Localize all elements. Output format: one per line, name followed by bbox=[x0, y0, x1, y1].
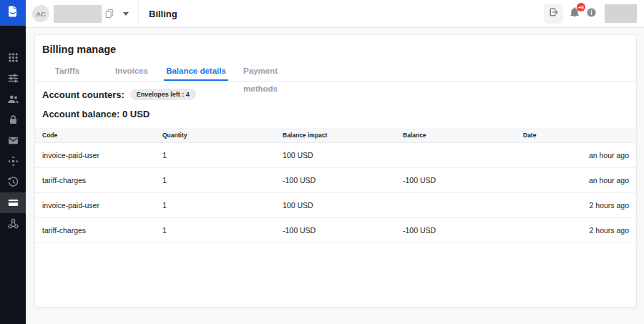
sidebar bbox=[0, 0, 26, 324]
info-button[interactable] bbox=[586, 7, 597, 21]
column-header-balance: Balance bbox=[396, 128, 516, 143]
tab-invoices[interactable]: Invoices bbox=[99, 62, 164, 81]
balance-table: Code Quantity Balance impact Balance Dat… bbox=[35, 128, 636, 243]
account-counters-row: Account counters: Envelopes left : 4 bbox=[42, 89, 629, 100]
lock-icon bbox=[7, 114, 19, 126]
account-counters-label: Account counters: bbox=[42, 89, 125, 100]
main-content: Billing manage Tariffs Invoices Balance … bbox=[26, 28, 644, 324]
sidebar-item-apps[interactable] bbox=[0, 47, 26, 68]
cell-balance-impact: -100 USD bbox=[275, 218, 396, 243]
cell-code: invoice-paid-user bbox=[35, 143, 155, 168]
redacted-account-block[interactable] bbox=[605, 4, 637, 23]
sidebar-item-users[interactable] bbox=[0, 89, 26, 109]
sidebar-item-history[interactable] bbox=[0, 172, 26, 192]
column-header-balance-impact: Balance impact bbox=[275, 128, 396, 143]
envelopes-left-badge: Envelopes left : 4 bbox=[130, 89, 196, 100]
column-header-quantity: Quantity bbox=[155, 128, 275, 143]
sidebar-item-settings[interactable] bbox=[0, 68, 26, 89]
tab-tariffs[interactable]: Tariffs bbox=[35, 62, 99, 81]
cell-code: tariff-charges bbox=[35, 168, 155, 193]
history-icon bbox=[7, 176, 19, 188]
cell-balance-impact: 100 USD bbox=[275, 143, 396, 168]
sidebar-item-mail[interactable] bbox=[0, 130, 26, 151]
top-header: AC Billing +9 bbox=[26, 0, 644, 28]
table-row: invoice-paid-user 1 100 USD 2 hours ago bbox=[35, 193, 636, 218]
mail-icon bbox=[7, 134, 19, 147]
cell-balance: -100 USD bbox=[396, 218, 516, 243]
control-pad-icon bbox=[7, 155, 19, 167]
cell-date: 2 hours ago bbox=[516, 193, 636, 218]
table-row: tariff-charges 1 -100 USD -100 USD 2 hou… bbox=[35, 218, 636, 243]
apps-grid-icon bbox=[7, 51, 19, 64]
cell-balance-impact: -100 USD bbox=[275, 168, 396, 193]
info-icon bbox=[586, 7, 597, 21]
cell-balance-impact: 100 USD bbox=[275, 193, 396, 218]
header-divider bbox=[138, 0, 139, 28]
sidebar-item-webhooks[interactable] bbox=[0, 213, 26, 234]
account-balance-line: Account balance: 0 USD bbox=[42, 109, 629, 119]
table-row: invoice-paid-user 1 100 USD an hour ago bbox=[35, 143, 636, 168]
column-header-date: Date bbox=[516, 128, 636, 143]
column-header-code: Code bbox=[35, 128, 155, 143]
header-actions: +9 bbox=[544, 4, 637, 24]
billing-card: Billing manage Tariffs Invoices Balance … bbox=[34, 34, 637, 308]
cell-quantity: 1 bbox=[155, 143, 275, 168]
cell-quantity: 1 bbox=[155, 168, 275, 193]
webhook-icon bbox=[7, 217, 19, 230]
cell-balance bbox=[396, 193, 516, 218]
tab-balance-details[interactable]: Balance details bbox=[164, 62, 228, 81]
tune-sliders-icon bbox=[7, 72, 19, 84]
cell-balance bbox=[396, 143, 516, 168]
tab-bar: Tariffs Invoices Balance details Payment… bbox=[35, 62, 636, 82]
sidebar-item-billing[interactable] bbox=[0, 192, 26, 213]
table-row: tariff-charges 1 -100 USD -100 USD an ho… bbox=[35, 168, 636, 193]
table-header-row: Code Quantity Balance impact Balance Dat… bbox=[35, 128, 636, 143]
sidebar-item-control[interactable] bbox=[0, 151, 26, 172]
redacted-workspace-label[interactable] bbox=[54, 5, 102, 23]
exit-icon bbox=[548, 6, 560, 21]
notification-badge: +9 bbox=[577, 3, 585, 11]
sidebar-nav bbox=[0, 47, 26, 234]
card-title: Billing manage bbox=[35, 35, 636, 62]
cell-balance: -100 USD bbox=[396, 168, 516, 193]
chevron-down-icon[interactable] bbox=[123, 12, 129, 16]
tab-payment-methods[interactable]: Payment methods bbox=[228, 62, 293, 81]
cell-date: 2 hours ago bbox=[516, 218, 636, 243]
document-logo-icon bbox=[6, 5, 19, 21]
copy-icon[interactable] bbox=[105, 9, 114, 19]
exit-button[interactable] bbox=[544, 4, 563, 24]
cell-quantity: 1 bbox=[155, 193, 275, 218]
cell-code: invoice-paid-user bbox=[35, 193, 155, 218]
notifications-button[interactable]: +9 bbox=[569, 6, 580, 21]
cell-date: an hour ago bbox=[516, 168, 636, 193]
cell-code: tariff-charges bbox=[35, 218, 155, 243]
credit-card-icon bbox=[7, 197, 19, 209]
sidebar-item-security[interactable] bbox=[0, 109, 26, 130]
cell-date: an hour ago bbox=[516, 143, 636, 168]
avatar[interactable]: AC bbox=[32, 5, 49, 22]
cell-quantity: 1 bbox=[155, 218, 275, 243]
page-title: Billing bbox=[149, 9, 177, 19]
users-group-icon bbox=[7, 93, 19, 105]
app-logo[interactable] bbox=[0, 0, 26, 26]
